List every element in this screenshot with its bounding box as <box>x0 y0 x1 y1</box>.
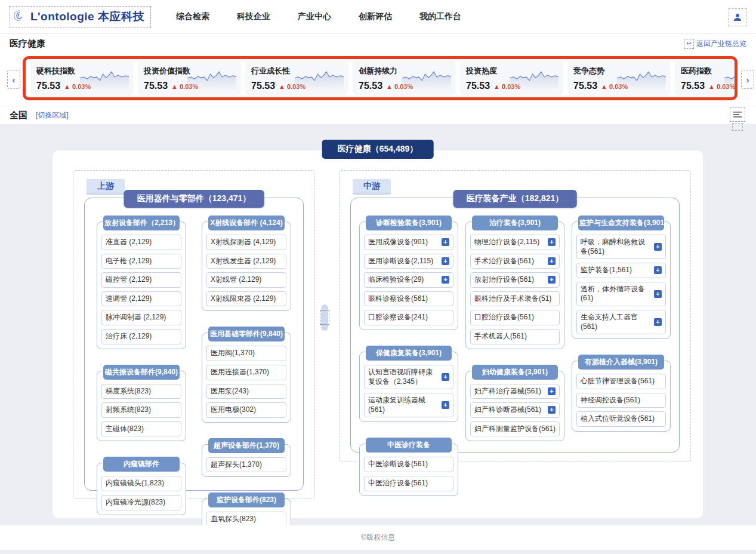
metric-card[interactable]: 硬科技指数 75.53 ▲ 0.03% <box>30 61 134 96</box>
chain-node-item[interactable]: 治疗床 (2,129) <box>101 329 181 344</box>
panel-collapse-handle[interactable] <box>320 304 329 331</box>
chain-node-item[interactable]: 认知言语视听障碍康复设备（2,345）+ <box>364 365 453 389</box>
subgroup-header[interactable]: 诊断检验装备(3,901) <box>366 216 452 230</box>
expand-plus-icon[interactable]: + <box>442 373 449 381</box>
expand-plus-icon[interactable]: + <box>654 290 662 298</box>
metric-card[interactable]: 创新持续力 75.53 ▲ 0.03% <box>353 61 456 96</box>
sparkline-chart <box>187 66 236 90</box>
chain-node-item[interactable]: X射线限束器 (2,129) <box>206 291 286 307</box>
chain-node-item[interactable]: 心脏节律管理设备(561) <box>576 374 666 389</box>
chain-node-item[interactable]: X射线管 (2,129) <box>206 272 286 288</box>
metric-card[interactable]: 竞争态势 75.53 ▲ 0.03% <box>567 61 671 96</box>
chain-node-item[interactable]: 手术机器人(561) <box>470 329 560 344</box>
chain-subgroup: 放射设备部件（2,213）准直器 (2,129)电子枪 (2,129)磁控管 (… <box>97 221 186 349</box>
chain-node-item[interactable]: 主磁体(823) <box>101 421 181 437</box>
expand-plus-icon[interactable]: + <box>548 276 556 284</box>
chain-node-item[interactable]: 梯度系统(823) <box>101 384 181 399</box>
chain-node-item[interactable]: 医用泵(243) <box>206 384 286 399</box>
chain-node-item[interactable]: 医用诊断设备(2,115)+ <box>364 254 453 269</box>
expand-plus-icon[interactable]: + <box>442 276 449 284</box>
subgroup-header[interactable]: 内窥镜部件 <box>103 457 180 472</box>
chain-node-item[interactable]: X射线探测器 (4,129) <box>206 235 286 250</box>
chain-node-item[interactable]: 医用阀(1,370) <box>206 346 286 361</box>
subgroup-header[interactable]: 监护设备部件(823) <box>208 493 285 507</box>
chain-node-item[interactable]: 准直器 (2,129) <box>101 235 181 250</box>
expand-plus-icon[interactable]: + <box>442 257 449 265</box>
subgroup-header[interactable]: 有源植介入器械(3,901) <box>578 355 664 370</box>
chain-node-item[interactable]: 脉冲调制器 (2,129) <box>101 310 181 325</box>
chain-node-item[interactable]: 神经调控设备(561) <box>576 393 666 408</box>
expand-plus-icon[interactable]: + <box>442 401 449 409</box>
expand-plus-icon[interactable]: + <box>442 238 449 246</box>
metric-card[interactable]: 医药指数 75.53 ▲ 0.03% <box>675 61 738 96</box>
metrics-scroll-right-button[interactable]: › <box>741 70 754 89</box>
metric-card[interactable]: 投资价值指数 75.53 ▲ 0.03% <box>138 61 241 96</box>
index-metrics-bar: ‹ 硬科技指数 75.53 ▲ 0.03% 投资价值指数 75.53 <box>0 53 756 106</box>
subgroup-header[interactable]: 妇幼健康装备(3,901) <box>472 365 558 380</box>
subgroup-header[interactable]: 超声设备部件(1,370) <box>208 438 285 453</box>
chain-node-item[interactable]: 中医治疗设备(561) <box>364 476 453 491</box>
chain-node-item[interactable]: 超声探头(1,370) <box>206 457 286 473</box>
chain-node-item[interactable]: 射频系统(823) <box>101 402 181 418</box>
expand-plus-icon[interactable]: + <box>654 243 662 251</box>
subgroup-header[interactable]: X射线设备部件 (4,124) <box>208 216 285 230</box>
nav-item-search[interactable]: 综合检索 <box>176 11 209 22</box>
chain-node-item[interactable]: 中医诊断设备(561) <box>364 457 453 472</box>
expand-plus-icon[interactable]: + <box>654 318 662 326</box>
subgroup-header[interactable]: 中医诊疗装备 <box>366 438 452 453</box>
logo[interactable]: L'ontologie 本应科技 <box>10 6 151 27</box>
chain-node-item[interactable]: 眼科治疗及手术装备(51) <box>470 291 560 307</box>
nav-item-innovation-eval[interactable]: 创新评估 <box>359 11 392 22</box>
expand-plus-icon[interactable]: + <box>548 406 556 414</box>
chain-node-item[interactable]: 临床检验设备(29)+ <box>364 272 453 288</box>
list-view-button[interactable] <box>730 107 745 122</box>
back-to-overview-link[interactable]: ↩ 返回产业链总览 <box>684 39 746 49</box>
chain-node-item[interactable]: 医用电极(302) <box>206 402 286 418</box>
chain-node-item[interactable]: 呼吸，麻醉和急救设备(561)+ <box>576 235 666 259</box>
chain-node-item[interactable]: 运动康复训练器械(561)+ <box>364 393 453 417</box>
chain-node-item[interactable]: 植入式位听觉设备(561) <box>576 411 666 427</box>
chain-node-item[interactable]: 内窥镜镜头(1,823) <box>101 476 181 491</box>
chain-node-item[interactable]: 医用连接器(1,370) <box>206 365 286 380</box>
chain-node-item[interactable]: 眼科诊察设备(561) <box>364 291 453 307</box>
chain-node-item[interactable]: 物理治疗设备(2,115)+ <box>470 235 560 250</box>
chain-node-item[interactable]: 电子枪 (2,129) <box>101 254 181 269</box>
chain-node-item[interactable]: 医用成像设备(901)+ <box>364 235 453 250</box>
chain-node-item[interactable]: 口腔诊察设备(241) <box>364 310 453 325</box>
nav-item-industry-center[interactable]: 产业中心 <box>298 11 331 22</box>
metrics-scroll-left-button[interactable]: ‹ <box>7 70 20 89</box>
chain-node-item[interactable]: 磁控管 (2,129) <box>101 272 181 288</box>
chain-node-item[interactable]: 口腔治疗设备(561) <box>470 310 560 325</box>
chain-root-node[interactable]: 医疗健康（654,489） <box>322 140 434 159</box>
expand-plus-icon[interactable]: + <box>654 266 662 274</box>
subgroup-header[interactable]: 放射设备部件（2,213） <box>103 216 180 230</box>
user-avatar-button[interactable] <box>729 8 746 26</box>
metric-card[interactable]: 投资热度 75.53 ▲ 0.03% <box>460 61 563 96</box>
chain-node-item[interactable]: 监护装备(1,561)+ <box>576 263 666 278</box>
midstream-group-header[interactable]: 医疗装备产业（182,821） <box>453 190 577 208</box>
chain-node-item[interactable]: 妇产科诊断器械(561)+ <box>470 402 560 418</box>
chain-node-item[interactable]: 生命支持人工器官(561)+ <box>576 310 666 334</box>
expand-plus-icon[interactable]: + <box>548 387 556 395</box>
chain-node-item[interactable]: 内窥镜冷光源(823) <box>101 495 181 510</box>
subgroup-header[interactable]: 磁共振设备部件(9,840) <box>103 365 180 380</box>
chain-node-item[interactable]: 放射治疗设备(561)+ <box>470 272 560 288</box>
upstream-group-header[interactable]: 医用器件与零部件（123,471） <box>124 190 264 208</box>
chain-node-item[interactable]: 速调管 (2,129) <box>101 291 181 307</box>
subgroup-header[interactable]: 保健康复装备(3,901) <box>366 346 452 361</box>
switch-region-link[interactable]: [切换区域] <box>36 110 69 121</box>
nav-item-tech-company[interactable]: 科技企业 <box>237 11 270 22</box>
chain-node-item[interactable]: 妇产科治疗器械(561)+ <box>470 384 560 399</box>
chain-node-item[interactable]: 手术治疗设备(561)+ <box>470 254 560 269</box>
subgroup-header[interactable]: 治疗装备(3,901) <box>472 216 558 230</box>
nav-item-workbench[interactable]: 我的工作台 <box>419 11 461 22</box>
expand-plus-icon[interactable]: + <box>548 238 556 246</box>
fullscreen-icon[interactable] <box>732 123 743 131</box>
subgroup-header[interactable]: 医用基础零部件(9,840) <box>208 327 285 341</box>
expand-plus-icon[interactable]: + <box>548 257 556 265</box>
subgroup-header[interactable]: 监护与生命支持装备(3,901) <box>578 216 664 230</box>
metric-card[interactable]: 行业成长性 75.53 ▲ 0.03% <box>245 61 348 96</box>
chain-node-item[interactable]: 妇产科测量监护设备(561) <box>470 421 560 437</box>
chain-node-item[interactable]: 透析，体外循环设备(61)+ <box>576 282 666 306</box>
chain-node-item[interactable]: X射线发生器 (2,129) <box>206 254 286 269</box>
